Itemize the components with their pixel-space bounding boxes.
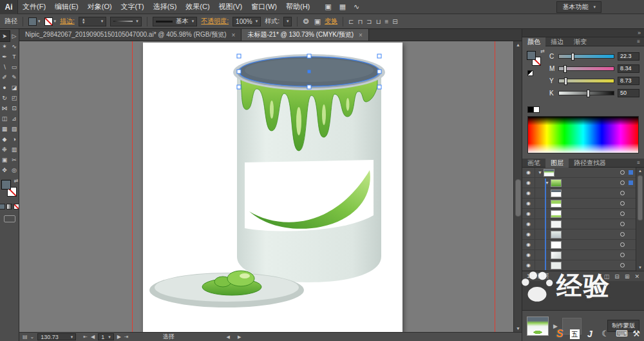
channel-value-field[interactable]: 8.34 xyxy=(618,64,639,73)
paint-can-artwork[interactable] xyxy=(143,43,402,331)
slice-tool[interactable]: ✂ xyxy=(10,155,19,165)
document-tab-nipic[interactable]: Nipic_29842067_20190905150105047000.ai* … xyxy=(19,29,242,41)
new-sublayer-icon[interactable]: ⊟ xyxy=(614,273,620,280)
document-tab-untitled[interactable]: 未标题-21* @ 130.73% (CMYK/预览) × xyxy=(242,29,368,41)
blend-tool[interactable]: ◑ xyxy=(10,134,19,144)
layer-row-7[interactable]: ◉ xyxy=(522,229,636,240)
ruler-guide-left[interactable] xyxy=(132,41,133,332)
zoom-tool[interactable]: ◎ xyxy=(10,165,19,175)
target-circle[interactable] xyxy=(620,170,625,175)
color-spectrum[interactable] xyxy=(527,116,639,153)
rectangle-tool[interactable]: ▭ xyxy=(10,62,19,72)
artboard-number-select[interactable]: 1 ▾ xyxy=(98,333,114,340)
bridge-icon[interactable]: ▣ xyxy=(325,3,331,11)
screen-mode-button[interactable] xyxy=(4,215,15,222)
align-hcenter-icon[interactable]: ⊓ xyxy=(358,18,363,25)
tab-gradient[interactable]: 渐变 xyxy=(569,37,592,46)
align-bottom-icon[interactable]: ⊔ xyxy=(376,18,381,25)
stroke-weight-select[interactable]: ▲▼ ▾ xyxy=(79,17,106,26)
visibility-toggle[interactable]: ◉ xyxy=(522,209,535,219)
tab-stroke[interactable]: 描边 xyxy=(545,37,569,46)
prev-artboard-icon[interactable]: ◀ xyxy=(91,334,95,340)
none-mode-button[interactable] xyxy=(14,204,19,209)
target-circle[interactable] xyxy=(620,222,625,226)
slider-thumb[interactable] xyxy=(587,90,590,97)
magic-wand-tool[interactable]: ✶ xyxy=(0,41,10,52)
channel-value-field[interactable]: 22.3 xyxy=(618,52,639,61)
wubi-mode-icon[interactable]: 五 xyxy=(570,329,580,339)
menu-edit[interactable]: 编辑(E) xyxy=(50,0,83,14)
panel-menu-icon[interactable]: ≡ xyxy=(637,39,644,44)
layer-row-1[interactable]: ◉ ▼ xyxy=(522,168,636,178)
eraser-tool[interactable]: ◪ xyxy=(10,83,19,93)
visibility-toggle[interactable]: ◉ xyxy=(522,250,535,260)
arrange-documents-icon[interactable]: ▦ xyxy=(339,3,346,11)
channel-slider[interactable] xyxy=(558,54,614,59)
scroll-up-icon[interactable]: ▲ xyxy=(636,168,644,174)
layer-row-8[interactable]: ◉ xyxy=(522,240,636,250)
menu-help[interactable]: 帮助(H) xyxy=(281,0,314,14)
scroll-up-icon[interactable]: ▲ xyxy=(514,41,522,48)
visibility-toggle[interactable]: ◉ xyxy=(522,199,535,208)
canvas[interactable]: ▲ ▼ xyxy=(19,41,522,332)
tab-color[interactable]: 颜色 xyxy=(522,37,545,46)
target-circle[interactable] xyxy=(620,191,625,195)
visibility-toggle[interactable]: ◉ xyxy=(522,240,535,249)
lasso-tool[interactable]: ∿ xyxy=(10,41,19,52)
opacity-select[interactable]: 100% ▾ xyxy=(232,17,261,26)
visibility-toggle[interactable]: ◉ xyxy=(522,168,535,177)
line-segment-tool[interactable]: ∖ xyxy=(0,62,10,72)
make-clip-mask-icon[interactable]: ◫ xyxy=(604,273,610,280)
free-transform-tool[interactable]: ⊡ xyxy=(10,103,19,113)
eyedropper-tool[interactable]: ◆ xyxy=(0,134,10,144)
layer-row-6[interactable]: ◉ xyxy=(522,219,636,229)
layer-row-4[interactable]: ◉ xyxy=(522,199,636,209)
menu-file[interactable]: 文件(F) xyxy=(18,0,50,14)
stylus-icon[interactable]: ∿ xyxy=(354,3,359,11)
menu-view[interactable]: 视图(V) xyxy=(214,0,247,14)
menu-window[interactable]: 窗口(W) xyxy=(247,0,281,14)
mesh-tool[interactable]: ▦ xyxy=(0,124,10,134)
close-icon[interactable]: × xyxy=(232,32,236,39)
vertical-scrollbar[interactable]: ▲ ▼ xyxy=(513,41,522,332)
status-dropdown-icon[interactable]: ⌄ xyxy=(30,334,35,340)
target-circle[interactable] xyxy=(620,201,625,206)
layer-row-5[interactable]: ◉ xyxy=(522,209,636,219)
layer-row-2[interactable]: ◉ ▼ xyxy=(522,178,636,188)
blob-brush-tool[interactable]: ● xyxy=(0,83,10,93)
fill-color-swatch[interactable]: ▾ xyxy=(28,17,41,26)
gradient-tool[interactable]: ▧ xyxy=(10,124,19,134)
scroll-left-icon[interactable]: ◀ xyxy=(227,335,230,340)
visibility-toggle[interactable]: ◉ xyxy=(522,229,535,239)
tab-brushes[interactable]: 画笔 xyxy=(522,159,545,168)
panel-menu-icon[interactable]: ≡ xyxy=(637,160,644,166)
target-circle[interactable] xyxy=(620,242,625,247)
pen-tool[interactable]: ✒ xyxy=(0,52,10,62)
vertical-scroll-thumb[interactable] xyxy=(515,179,521,217)
color-mode-button[interactable] xyxy=(0,204,5,209)
layer-row-10[interactable]: ◉ xyxy=(522,260,636,271)
scroll-down-icon[interactable]: ▼ xyxy=(636,264,644,271)
slider-thumb[interactable] xyxy=(564,77,567,85)
sogou-input-icon[interactable]: S xyxy=(554,329,565,339)
white-swatch[interactable] xyxy=(533,106,540,113)
target-circle[interactable] xyxy=(620,180,625,185)
symbol-sprayer-tool[interactable]: ❉ xyxy=(0,144,10,155)
swap-fill-stroke-icon[interactable]: ⇄ xyxy=(14,178,19,184)
width-profile-select[interactable]: ▾ xyxy=(110,17,142,26)
align-vcenter-icon[interactable]: ≡ xyxy=(385,18,389,25)
target-circle[interactable] xyxy=(620,263,625,268)
shape-builder-tool[interactable]: ◫ xyxy=(0,113,10,124)
visibility-toggle[interactable]: ◉ xyxy=(522,260,535,270)
slider-thumb[interactable] xyxy=(564,65,567,73)
channel-slider[interactable] xyxy=(558,66,614,71)
layer-row-3[interactable]: ◉ xyxy=(522,188,636,199)
selection-tool[interactable]: ➤ xyxy=(0,31,10,41)
visibility-toggle[interactable]: ◉ xyxy=(522,219,535,229)
align-left-icon[interactable]: ⊏ xyxy=(348,18,354,25)
document-info-icon[interactable]: ▤ xyxy=(23,334,28,340)
tab-layers[interactable]: 图层 xyxy=(545,159,569,168)
toolbox-icon[interactable]: ⚒ xyxy=(631,329,641,339)
transform-panel-link[interactable]: 变换 xyxy=(325,17,337,26)
channel-slider[interactable] xyxy=(558,79,614,83)
